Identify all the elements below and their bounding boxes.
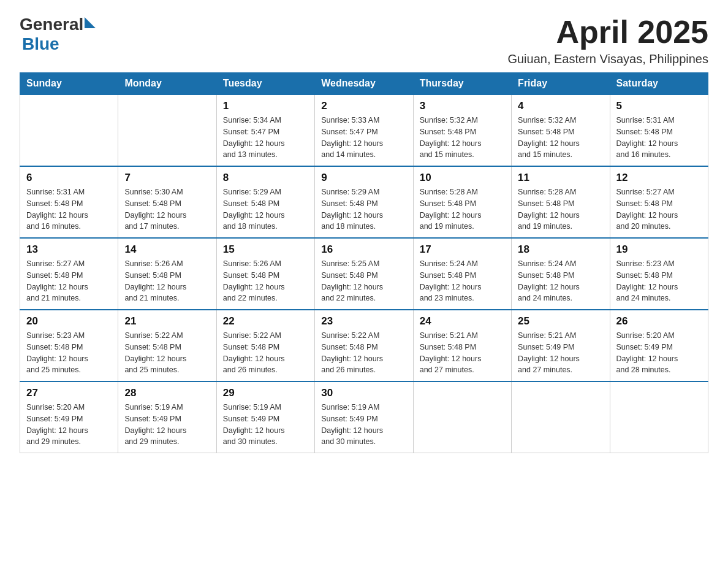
day-info: Sunrise: 5:28 AM Sunset: 5:48 PM Dayligh… bbox=[420, 186, 505, 232]
day-number: 4 bbox=[518, 100, 603, 112]
day-number: 25 bbox=[518, 315, 603, 327]
weekday-header-friday: Friday bbox=[512, 73, 610, 95]
weekday-header-row: SundayMondayTuesdayWednesdayThursdayFrid… bbox=[20, 73, 708, 95]
calendar-cell bbox=[118, 94, 216, 166]
day-number: 14 bbox=[124, 243, 210, 256]
day-info: Sunrise: 5:27 AM Sunset: 5:48 PM Dayligh… bbox=[616, 186, 702, 232]
day-number: 5 bbox=[616, 100, 702, 112]
day-number: 13 bbox=[26, 243, 112, 256]
logo: General Blue bbox=[20, 15, 96, 54]
day-number: 24 bbox=[420, 315, 505, 327]
day-number: 26 bbox=[616, 315, 702, 327]
day-info: Sunrise: 5:26 AM Sunset: 5:48 PM Dayligh… bbox=[223, 258, 308, 304]
weekday-header-sunday: Sunday bbox=[20, 73, 118, 95]
day-number: 18 bbox=[518, 243, 603, 256]
calendar-cell: 1Sunrise: 5:34 AM Sunset: 5:47 PM Daylig… bbox=[216, 94, 314, 166]
calendar-table: SundayMondayTuesdayWednesdayThursdayFrid… bbox=[20, 72, 708, 453]
calendar-cell bbox=[20, 94, 118, 166]
location-title: Guiuan, Eastern Visayas, Philippines bbox=[507, 52, 708, 66]
calendar-cell: 4Sunrise: 5:32 AM Sunset: 5:48 PM Daylig… bbox=[512, 94, 610, 166]
logo-triangle-icon bbox=[85, 17, 96, 28]
calendar-cell: 23Sunrise: 5:22 AM Sunset: 5:48 PM Dayli… bbox=[315, 310, 413, 381]
day-number: 17 bbox=[420, 243, 505, 256]
day-info: Sunrise: 5:32 AM Sunset: 5:48 PM Dayligh… bbox=[518, 115, 603, 161]
calendar-cell: 5Sunrise: 5:31 AM Sunset: 5:48 PM Daylig… bbox=[610, 94, 708, 166]
calendar-cell: 30Sunrise: 5:19 AM Sunset: 5:49 PM Dayli… bbox=[315, 381, 413, 453]
day-number: 8 bbox=[223, 172, 308, 184]
day-number: 29 bbox=[223, 387, 308, 399]
logo-general-text: General bbox=[20, 15, 83, 34]
day-number: 16 bbox=[321, 243, 406, 256]
day-number: 22 bbox=[223, 315, 308, 327]
day-number: 23 bbox=[321, 315, 406, 327]
day-number: 10 bbox=[420, 172, 505, 184]
day-info: Sunrise: 5:19 AM Sunset: 5:49 PM Dayligh… bbox=[223, 402, 308, 448]
calendar-cell: 15Sunrise: 5:26 AM Sunset: 5:48 PM Dayli… bbox=[216, 238, 314, 310]
calendar-week-5: 27Sunrise: 5:20 AM Sunset: 5:49 PM Dayli… bbox=[20, 381, 708, 453]
day-info: Sunrise: 5:26 AM Sunset: 5:48 PM Dayligh… bbox=[124, 258, 210, 304]
calendar-cell: 16Sunrise: 5:25 AM Sunset: 5:48 PM Dayli… bbox=[315, 238, 413, 310]
day-info: Sunrise: 5:24 AM Sunset: 5:48 PM Dayligh… bbox=[518, 258, 603, 304]
calendar-cell: 6Sunrise: 5:31 AM Sunset: 5:48 PM Daylig… bbox=[20, 166, 118, 238]
calendar-cell bbox=[512, 381, 610, 453]
day-info: Sunrise: 5:23 AM Sunset: 5:48 PM Dayligh… bbox=[616, 258, 702, 304]
calendar-week-3: 13Sunrise: 5:27 AM Sunset: 5:48 PM Dayli… bbox=[20, 238, 708, 310]
day-number: 7 bbox=[124, 172, 210, 184]
day-number: 3 bbox=[420, 100, 505, 112]
calendar-cell: 18Sunrise: 5:24 AM Sunset: 5:48 PM Dayli… bbox=[512, 238, 610, 310]
calendar-cell: 14Sunrise: 5:26 AM Sunset: 5:48 PM Dayli… bbox=[118, 238, 216, 310]
title-block: April 2025 Guiuan, Eastern Visayas, Phil… bbox=[507, 15, 708, 66]
day-number: 1 bbox=[223, 100, 308, 112]
calendar-cell: 13Sunrise: 5:27 AM Sunset: 5:48 PM Dayli… bbox=[20, 238, 118, 310]
page-header: General Blue April 2025 Guiuan, Eastern … bbox=[20, 15, 708, 66]
weekday-header-wednesday: Wednesday bbox=[315, 73, 413, 95]
calendar-week-4: 20Sunrise: 5:23 AM Sunset: 5:48 PM Dayli… bbox=[20, 310, 708, 381]
day-info: Sunrise: 5:29 AM Sunset: 5:48 PM Dayligh… bbox=[223, 186, 308, 232]
day-number: 30 bbox=[321, 387, 406, 399]
day-number: 9 bbox=[321, 172, 406, 184]
day-info: Sunrise: 5:32 AM Sunset: 5:48 PM Dayligh… bbox=[420, 115, 505, 161]
day-info: Sunrise: 5:22 AM Sunset: 5:48 PM Dayligh… bbox=[223, 330, 308, 376]
day-info: Sunrise: 5:25 AM Sunset: 5:48 PM Dayligh… bbox=[321, 258, 406, 304]
weekday-header-thursday: Thursday bbox=[413, 73, 511, 95]
calendar-cell: 28Sunrise: 5:19 AM Sunset: 5:49 PM Dayli… bbox=[118, 381, 216, 453]
calendar-cell: 26Sunrise: 5:20 AM Sunset: 5:49 PM Dayli… bbox=[610, 310, 708, 381]
logo-blue-text: Blue bbox=[22, 34, 59, 53]
day-info: Sunrise: 5:24 AM Sunset: 5:48 PM Dayligh… bbox=[420, 258, 505, 304]
day-number: 19 bbox=[616, 243, 702, 256]
calendar-cell: 20Sunrise: 5:23 AM Sunset: 5:48 PM Dayli… bbox=[20, 310, 118, 381]
day-number: 2 bbox=[321, 100, 406, 112]
day-number: 6 bbox=[26, 172, 112, 184]
day-number: 28 bbox=[124, 387, 210, 399]
day-info: Sunrise: 5:23 AM Sunset: 5:48 PM Dayligh… bbox=[26, 330, 112, 376]
calendar-cell: 10Sunrise: 5:28 AM Sunset: 5:48 PM Dayli… bbox=[413, 166, 511, 238]
day-number: 15 bbox=[223, 243, 308, 256]
weekday-header-monday: Monday bbox=[118, 73, 216, 95]
calendar-cell: 3Sunrise: 5:32 AM Sunset: 5:48 PM Daylig… bbox=[413, 94, 511, 166]
calendar-cell: 9Sunrise: 5:29 AM Sunset: 5:48 PM Daylig… bbox=[315, 166, 413, 238]
day-number: 27 bbox=[26, 387, 112, 399]
calendar-cell bbox=[610, 381, 708, 453]
calendar-cell: 24Sunrise: 5:21 AM Sunset: 5:48 PM Dayli… bbox=[413, 310, 511, 381]
day-info: Sunrise: 5:29 AM Sunset: 5:48 PM Dayligh… bbox=[321, 186, 406, 232]
calendar-cell: 27Sunrise: 5:20 AM Sunset: 5:49 PM Dayli… bbox=[20, 381, 118, 453]
day-info: Sunrise: 5:31 AM Sunset: 5:48 PM Dayligh… bbox=[26, 186, 112, 232]
day-info: Sunrise: 5:20 AM Sunset: 5:49 PM Dayligh… bbox=[616, 330, 702, 376]
calendar-cell: 11Sunrise: 5:28 AM Sunset: 5:48 PM Dayli… bbox=[512, 166, 610, 238]
weekday-header-saturday: Saturday bbox=[610, 73, 708, 95]
calendar-cell: 8Sunrise: 5:29 AM Sunset: 5:48 PM Daylig… bbox=[216, 166, 314, 238]
calendar-cell: 12Sunrise: 5:27 AM Sunset: 5:48 PM Dayli… bbox=[610, 166, 708, 238]
day-info: Sunrise: 5:33 AM Sunset: 5:47 PM Dayligh… bbox=[321, 115, 406, 161]
calendar-cell: 29Sunrise: 5:19 AM Sunset: 5:49 PM Dayli… bbox=[216, 381, 314, 453]
month-title: April 2025 bbox=[507, 15, 708, 50]
day-info: Sunrise: 5:22 AM Sunset: 5:48 PM Dayligh… bbox=[321, 330, 406, 376]
day-info: Sunrise: 5:27 AM Sunset: 5:48 PM Dayligh… bbox=[26, 258, 112, 304]
calendar-cell: 17Sunrise: 5:24 AM Sunset: 5:48 PM Dayli… bbox=[413, 238, 511, 310]
day-number: 21 bbox=[124, 315, 210, 327]
day-info: Sunrise: 5:34 AM Sunset: 5:47 PM Dayligh… bbox=[223, 115, 308, 161]
day-info: Sunrise: 5:21 AM Sunset: 5:48 PM Dayligh… bbox=[420, 330, 505, 376]
day-number: 12 bbox=[616, 172, 702, 184]
day-info: Sunrise: 5:19 AM Sunset: 5:49 PM Dayligh… bbox=[124, 402, 210, 448]
day-info: Sunrise: 5:20 AM Sunset: 5:49 PM Dayligh… bbox=[26, 402, 112, 448]
day-info: Sunrise: 5:19 AM Sunset: 5:49 PM Dayligh… bbox=[321, 402, 406, 448]
